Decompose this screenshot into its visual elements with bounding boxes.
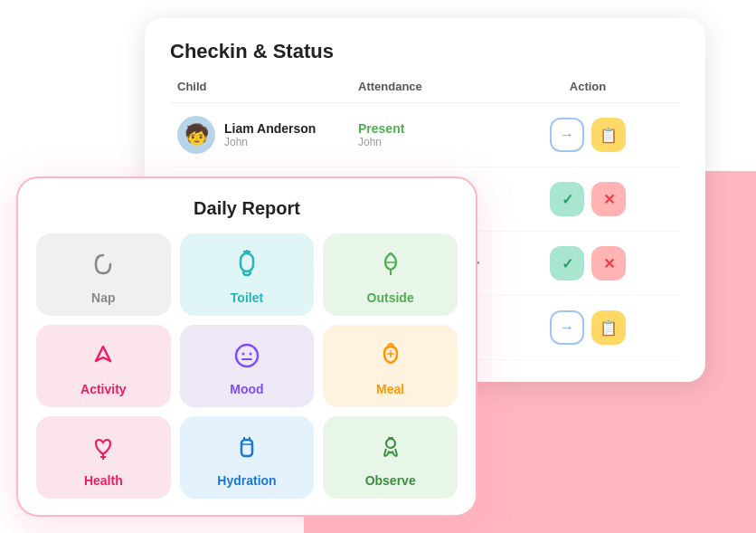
dismiss-button[interactable]: ✕ [591, 246, 626, 281]
outside-item[interactable]: Outside [323, 233, 458, 316]
check-button[interactable]: ✓ [550, 246, 584, 281]
meal-label: Meal [376, 382, 404, 396]
nap-label: Nap [91, 290, 115, 305]
meal-item[interactable]: Meal [323, 325, 458, 407]
report-button[interactable]: 📋 [591, 118, 626, 152]
observe-label: Observe [365, 473, 416, 488]
daily-report-grid: Nap Toilet Outs [36, 233, 458, 499]
health-label: Health [84, 473, 123, 488]
daily-report-card: Daily Report Nap Toilet [16, 176, 477, 517]
observe-icon [374, 431, 407, 468]
toilet-icon [231, 248, 263, 285]
avatar: 🧒 [177, 116, 215, 154]
check-button[interactable]: ✓ [550, 182, 584, 216]
svg-point-7 [241, 353, 244, 356]
daily-report-title: Daily Report [36, 198, 458, 219]
nap-item[interactable]: Nap [36, 233, 171, 316]
activity-item[interactable]: Activity [36, 325, 171, 407]
svg-rect-13 [241, 440, 252, 456]
header-child: Child [177, 80, 358, 93]
dismiss-button[interactable]: ✕ [591, 182, 626, 216]
header-attendance: Attendance [358, 80, 503, 93]
hydration-icon [231, 431, 263, 468]
nap-icon [87, 248, 119, 285]
attendance-status: Present [358, 121, 503, 136]
navigate-button[interactable]: → [550, 310, 584, 345]
health-item[interactable]: Health [36, 416, 171, 499]
child-sub: John [224, 136, 316, 148]
observe-item[interactable]: Observe [323, 416, 458, 499]
meal-icon [374, 339, 407, 376]
toilet-item[interactable]: Toilet [180, 233, 315, 316]
table-row: 🧒 Liam Anderson John Present John → 📋 [170, 103, 680, 167]
header-action: Action [503, 80, 673, 93]
navigate-button[interactable]: → [550, 118, 584, 152]
activity-icon [87, 339, 119, 376]
svg-point-8 [249, 353, 251, 356]
attendance-sub: John [358, 136, 503, 148]
action-buttons: → 📋 [503, 118, 673, 152]
svg-rect-1 [241, 253, 253, 271]
hydration-item[interactable]: Hydration [180, 416, 315, 499]
mood-item[interactable]: Mood [180, 325, 315, 407]
mood-label: Mood [230, 382, 263, 396]
outside-icon [374, 248, 407, 285]
action-buttons: ✓ ✕ [503, 246, 673, 281]
activity-label: Activity [80, 382, 127, 396]
child-name: Liam Anderson [224, 121, 316, 136]
svg-point-17 [386, 439, 395, 448]
hydration-label: Hydration [217, 473, 276, 488]
action-buttons: ✓ ✕ [503, 182, 673, 216]
report-button[interactable]: 📋 [591, 310, 626, 345]
toilet-label: Toilet [231, 290, 263, 305]
outside-label: Outside [367, 290, 414, 305]
page-title: Checkin & Status [170, 40, 680, 63]
mood-icon [231, 339, 263, 376]
table-header: Child Attendance Action [170, 80, 680, 103]
child-info: 🧒 Liam Anderson John [177, 116, 358, 154]
svg-point-6 [236, 345, 258, 366]
action-buttons: → 📋 [503, 310, 673, 345]
health-icon [87, 431, 119, 468]
